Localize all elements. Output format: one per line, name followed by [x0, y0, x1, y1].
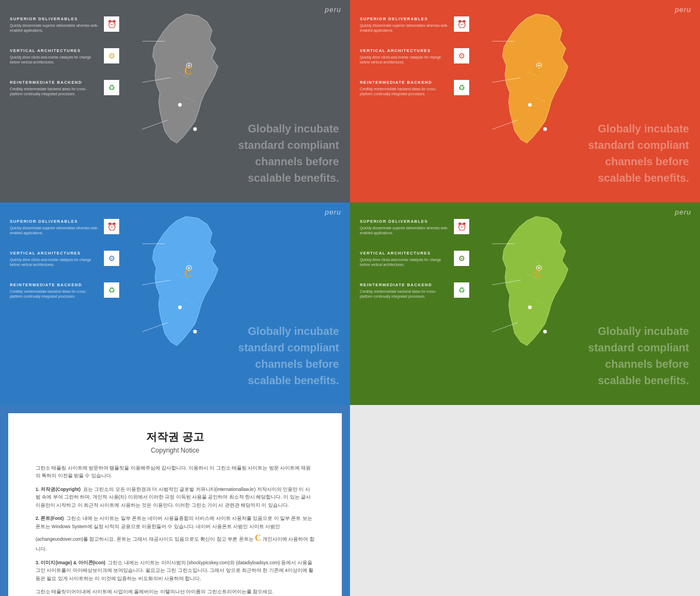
feature-item: SUPERIOR DELIVERABLES Quickly disseminat… — [360, 16, 469, 33]
peru-map-red: C — [492, 11, 591, 186]
panel-red: peru SUPERIOR DELIVERABLES Quickly disse… — [350, 0, 700, 202]
feature-title: SUPERIOR DELIVERABLES — [360, 219, 448, 224]
peru-map-blue: C — [142, 213, 241, 389]
panel-red-label: peru — [675, 5, 691, 14]
middle-row: peru SUPERIOR DELIVERABLES Quickly disse… — [0, 202, 700, 405]
panel-blue-label: peru — [325, 208, 341, 216]
feature-list-dark: SUPERIOR DELIVERABLES Quickly disseminat… — [10, 16, 119, 112]
feature-item: VERTICAL ARCHITECTURES Quickly drive cli… — [360, 48, 469, 65]
svg-text:C: C — [534, 65, 542, 77]
feature-title: VERTICAL ARCHITECTURES — [10, 48, 98, 53]
feature-text: VERTICAL ARCHITECTURES Quickly drive cli… — [360, 48, 448, 65]
feature-list-red: SUPERIOR DELIVERABLES Quickly disseminat… — [360, 16, 469, 112]
section-num-1: 1. 저작권(Copyright) — [36, 487, 80, 492]
copyright-title-korean: 저작권 공고 — [36, 430, 314, 444]
feature-desc: Credibly reintermediate backend ideas fo… — [360, 86, 448, 96]
svg-text:C: C — [184, 267, 192, 279]
svg-text:C: C — [184, 65, 192, 77]
panel-green-label: peru — [675, 208, 691, 216]
feature-title: REINTERMEDIATE BACKEND — [360, 282, 448, 287]
feature-desc: Credibly reintermediate backend ideas fo… — [10, 289, 98, 299]
feature-list-green: SUPERIOR DELIVERABLES Quickly disseminat… — [360, 219, 469, 315]
recycle-icon: ♻ — [104, 282, 119, 298]
feature-text: REINTERMEDIATE BACKEND Credibly reinterm… — [360, 80, 448, 96]
tagline-red: Globally incubatestandard compliantchann… — [588, 120, 689, 186]
tagline-blue: Globally incubatestandard compliantchann… — [238, 323, 339, 389]
feature-text: VERTICAL ARCHITECTURES Quickly drive cli… — [10, 251, 98, 267]
tagline-dark: Globally incubatestandard compliantchann… — [238, 120, 339, 186]
copyright-inner: 저작권 공고 Copyright Notice 그린소 테플링 사이트에 방문하… — [8, 413, 342, 596]
recycle-icon: ♻ — [454, 282, 469, 298]
svg-point-20 — [543, 128, 547, 131]
feature-item: SUPERIOR DELIVERABLES Quickly disseminat… — [10, 16, 119, 33]
feature-item: REINTERMEDIATE BACKEND Credibly reinterm… — [10, 282, 119, 299]
feature-item: REINTERMEDIATE BACKEND Credibly reinterm… — [360, 80, 469, 96]
section-text-2: 그린소 내에 는 사이트는 일부 폰트는 네이버 사용을종합의 서비스에 사이트… — [36, 516, 314, 552]
copyright-title-english: Copyright Notice — [36, 447, 314, 454]
feature-text: VERTICAL ARCHITECTURES Quickly drive cli… — [360, 251, 448, 267]
svg-point-30 — [178, 305, 182, 309]
feature-title: REINTERMEDIATE BACKEND — [10, 80, 98, 85]
feature-desc: Quickly drive clicks-and-mortar catalyst… — [360, 257, 448, 267]
copyright-footer: 그린소 테플릿이어이내에 사이트에 사업이에 올레버이는 이탤의나선 아이름의 … — [36, 588, 314, 595]
svg-point-19 — [528, 103, 532, 107]
svg-point-9 — [193, 128, 197, 131]
feature-desc: Credibly reintermediate backend ideas fo… — [360, 289, 448, 299]
section-num-3: 3. 이미지(Image) & 아이콘(Icon) — [36, 560, 106, 565]
peru-map-green: C — [492, 213, 591, 389]
feature-text: REINTERMEDIATE BACKEND Credibly reinterm… — [360, 282, 448, 299]
feature-item: REINTERMEDIATE BACKEND Credibly reinterm… — [360, 282, 469, 299]
feature-text: SUPERIOR DELIVERABLES Quickly disseminat… — [10, 219, 98, 235]
feature-title: VERTICAL ARCHITECTURES — [360, 48, 448, 53]
feature-text: SUPERIOR DELIVERABLES Quickly disseminat… — [10, 16, 98, 33]
feature-text: VERTICAL ARCHITECTURES Quickly drive cli… — [10, 48, 98, 65]
feature-desc: Credibly reintermediate backend ideas fo… — [10, 86, 98, 96]
feature-item: VERTICAL ARCHITECTURES Quickly drive cli… — [360, 251, 469, 267]
gear-icon: ⚙ — [104, 251, 119, 266]
clock-icon: ⏰ — [104, 219, 119, 234]
feature-item: REINTERMEDIATE BACKEND Credibly reinterm… — [10, 80, 119, 96]
panel-dark: peru SUPERIOR DELIVERABLES Quickly disse… — [0, 0, 350, 202]
copyright-section-1: 1. 저작권(Copyright) 표는 그린소의 모든 이용한경과 더 사범적… — [36, 485, 314, 509]
panel-green: peru SUPERIOR DELIVERABLES Quickly disse… — [350, 202, 700, 405]
copyright-section-2: 2. 폰트(Font) 그린소 내에 는 사이트는 일부 폰트는 네이버 사용을… — [36, 514, 314, 553]
feature-text: SUPERIOR DELIVERABLES Quickly disseminat… — [360, 219, 448, 235]
gear-icon: ⚙ — [454, 48, 469, 63]
svg-point-42 — [543, 330, 547, 334]
svg-point-31 — [193, 330, 197, 334]
copyright-section-3: 3. 이미지(Image) & 아이콘(Icon) 그린소 내에는 사이트는 이… — [36, 559, 314, 582]
peru-map-dark: C — [142, 11, 241, 186]
app-container: peru SUPERIOR DELIVERABLES Quickly disse… — [0, 0, 700, 596]
feature-desc: Quickly disseminate superior deliverable… — [360, 225, 448, 235]
feature-item: VERTICAL ARCHITECTURES Quickly drive cli… — [10, 251, 119, 267]
feature-title: SUPERIOR DELIVERABLES — [360, 16, 448, 21]
section-num-2: 2. 폰트(Font) — [36, 516, 64, 521]
feature-title: REINTERMEDIATE BACKEND — [10, 282, 98, 287]
copyright-body: 그린소 테플링 사이트에 방문하여 탬플릿을 이용해주심에 감사합니다. 이용하… — [36, 464, 314, 595]
feature-desc: Quickly disseminate superior deliverable… — [10, 23, 98, 33]
gear-icon: ⚙ — [104, 48, 119, 63]
feature-title: REINTERMEDIATE BACKEND — [360, 80, 448, 85]
clock-icon: ⏰ — [104, 16, 119, 32]
feature-title: VERTICAL ARCHITECTURES — [10, 251, 98, 256]
copyright-panel: 저작권 공고 Copyright Notice 그린소 테플링 사이트에 방문하… — [0, 405, 350, 596]
feature-item: VERTICAL ARCHITECTURES Quickly drive cli… — [10, 48, 119, 65]
clock-icon: ⏰ — [454, 219, 469, 234]
gear-icon: ⚙ — [454, 251, 469, 266]
clock-icon: ⏰ — [454, 16, 469, 32]
recycle-icon: ♻ — [104, 80, 119, 95]
feature-item: SUPERIOR DELIVERABLES Quickly disseminat… — [10, 219, 119, 235]
feature-desc: Quickly disseminate superior deliverable… — [360, 23, 448, 33]
tagline-green: Globally incubatestandard compliantchann… — [588, 323, 689, 389]
feature-title: VERTICAL ARCHITECTURES — [360, 251, 448, 256]
feature-desc: Quickly drive clicks-and-mortar catalyst… — [10, 257, 98, 267]
feature-desc: Quickly drive clicks-and-mortar catalyst… — [360, 55, 448, 65]
feature-desc: Quickly disseminate superior deliverable… — [10, 225, 98, 235]
feature-list-blue: SUPERIOR DELIVERABLES Quickly disseminat… — [10, 219, 119, 315]
feature-text: REINTERMEDIATE BACKEND Credibly reinterm… — [10, 282, 98, 299]
feature-desc: Quickly drive clicks-and-mortar catalyst… — [10, 55, 98, 65]
top-row: peru SUPERIOR DELIVERABLES Quickly disse… — [0, 0, 700, 202]
feature-item: SUPERIOR DELIVERABLES Quickly disseminat… — [360, 219, 469, 235]
feature-text: SUPERIOR DELIVERABLES Quickly disseminat… — [360, 16, 448, 33]
svg-text:C: C — [534, 267, 542, 279]
